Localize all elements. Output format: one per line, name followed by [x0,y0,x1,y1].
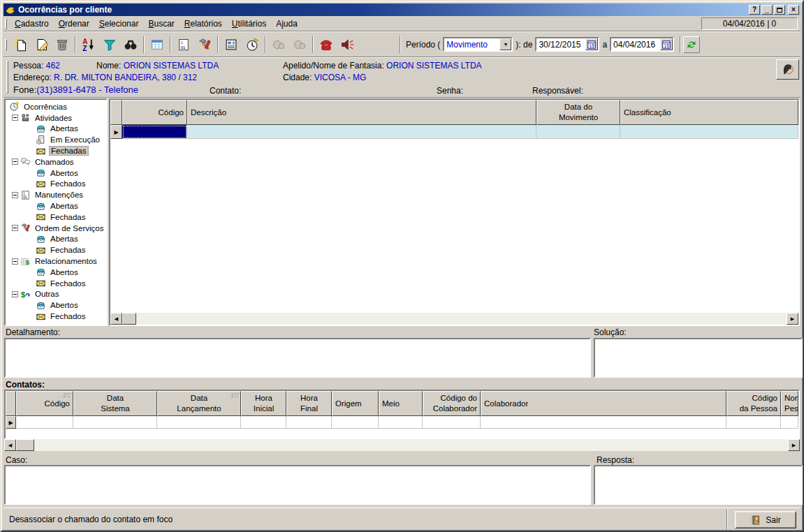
tree-item-manutencoes[interactable]: Manutenções [6,189,106,200]
column-header-codigo-colaborador[interactable]: Código do Colaborador [423,391,481,416]
table-view-button[interactable] [147,35,168,54]
collapse-icon[interactable] [12,114,18,121]
scroll-left-button[interactable]: ◀ [4,439,16,451]
menu-utilitarios[interactable]: Utilitários [227,17,271,30]
cell-hora-final[interactable] [286,416,332,429]
tree-item-chamados[interactable]: Chamados [6,156,106,168]
menu-selecionar[interactable]: Selecionar [94,17,144,30]
collapse-icon[interactable] [12,158,18,165]
periodo-select[interactable]: Movimento ▼ [443,37,513,52]
tree-item-atividades-em-execucao[interactable]: Em Execução [6,134,106,145]
cell-descricao[interactable] [187,125,536,139]
column-header-hora-final[interactable]: Hora Final [286,391,332,416]
combo-dropdown-button[interactable]: ▼ [499,38,511,50]
announce-button[interactable] [337,35,358,54]
tree-item-atividades[interactable]: Atividades [6,112,106,124]
tree-item-outras-abertos[interactable]: Abertos [6,300,106,311]
find-button[interactable] [120,35,141,54]
date-from-field[interactable]: 30/12/2015 [535,37,599,52]
cell-codigo-pessoa[interactable] [726,416,781,429]
column-header-codigo[interactable]: Código2▽ [16,391,73,416]
contatos-grid-row[interactable]: ▶ [6,416,798,429]
tree-item-manutencoes-fechadas[interactable]: Fechadas [6,212,106,223]
date-to-picker-button[interactable] [660,38,673,50]
column-header-descricao[interactable]: Descrição [187,100,536,125]
menu-cadastro[interactable]: Cadastro [10,17,54,30]
scroll-track[interactable] [136,313,787,325]
date-to-field[interactable]: 04/04/2016 [610,37,674,52]
column-header-data-sistema[interactable]: Data Sistema [73,391,157,416]
resposta-textarea[interactable] [594,465,803,505]
tree-item-relacionamentos-abertos[interactable]: Abertos [6,267,106,278]
tree-item-atividades-fechadas[interactable]: Fechadas [6,145,106,156]
cell-classificacao[interactable] [620,125,798,139]
cell-codigo-focused[interactable] [122,125,187,139]
person-button[interactable] [776,59,799,80]
tree-item-atividades-abertas[interactable]: Abertas [6,124,106,135]
edit-button[interactable] [31,35,52,54]
column-header-codigo[interactable]: Código [122,100,187,125]
report-button[interactable] [221,35,242,54]
sort-button[interactable] [78,35,99,54]
menu-ajuda[interactable]: Ajuda [271,17,302,30]
calendar-button[interactable] [173,35,194,54]
minimize-button[interactable]: _ [761,5,773,15]
tree-item-relacionamentos[interactable]: Relacionamentos [6,256,106,267]
maximize-button[interactable] [774,5,785,15]
tree-item-chamados-fechados[interactable]: Fechados [6,179,106,190]
timer-button[interactable] [242,35,263,54]
menu-buscar[interactable]: Buscar [143,17,179,30]
tree-item-ordem-abertas[interactable]: Abertas [6,234,106,245]
new-button[interactable] [10,35,31,54]
exit-button[interactable]: Sair [735,511,796,529]
scroll-thumb[interactable] [16,439,34,451]
tools-button[interactable] [194,35,215,54]
help-button[interactable]: ? [749,5,760,15]
scroll-right-button[interactable]: ▶ [787,313,798,325]
column-header-meio[interactable]: Meio [379,391,423,416]
cell-origem[interactable] [332,416,379,429]
tree-item-ordem-fechadas[interactable]: Fechadas [6,244,106,256]
collapse-icon[interactable] [12,192,18,198]
scroll-thumb[interactable] [122,313,136,325]
phone-button[interactable] [316,35,337,54]
solucao-textarea[interactable] [594,338,803,378]
cell-meio[interactable] [379,416,423,429]
close-button[interactable]: × [788,5,799,15]
column-header-nome-pessoa[interactable]: Nome Pess [781,391,798,416]
filter-button[interactable] [99,35,120,54]
detalhamento-textarea[interactable] [4,338,591,378]
cell-data-movimento[interactable] [536,125,620,139]
cell-codigo[interactable] [16,416,73,429]
cell-codigo-colaborador[interactable] [423,416,481,429]
cell-colaborador[interactable] [481,416,726,429]
cell-nome-pessoa[interactable] [781,416,798,429]
collapse-icon[interactable] [12,291,18,297]
collapse-icon[interactable] [12,225,18,231]
collapse-icon[interactable] [12,258,18,265]
column-header-codigo-pessoa[interactable]: Código da Pessoa [726,391,781,416]
cell-data-sistema[interactable] [73,416,157,429]
column-header-data-lancamento[interactable]: Data Lançamento1▽ [157,391,241,416]
tree-item-outras[interactable]: Outras [6,289,106,300]
column-header-origem[interactable]: Origem [332,391,379,416]
menu-ordenar[interactable]: Ordenar [54,17,94,30]
column-header-colaborador[interactable]: Colaborador [481,391,726,416]
column-header-classificacao[interactable]: Classificação [620,100,798,125]
menu-relatorios[interactable]: Relatórios [180,17,227,30]
refresh-button[interactable] [683,36,700,53]
cell-hora-inicial[interactable] [241,416,286,429]
tree-item-relacionamentos-fechados[interactable]: Fechados [6,278,106,289]
column-header-hora-inicial[interactable]: Hora Inicial [241,391,286,416]
column-header-data-movimento[interactable]: Data do Movimento [536,100,620,125]
scroll-left-button[interactable]: ◀ [110,313,122,325]
occurrences-grid-row[interactable]: ▶ [110,125,798,139]
caso-textarea[interactable] [4,465,591,505]
tree-item-outras-fechados[interactable]: Fechados [6,311,106,322]
scroll-right-button[interactable]: ▶ [788,439,800,451]
tree-item-ordem-de-servicos[interactable]: Ordem de Serviços [6,223,106,234]
tree-item-manutencoes-abertas[interactable]: Abertas [6,200,106,212]
date-from-picker-button[interactable] [585,38,598,50]
tree-item-chamados-abertos[interactable]: Abertos [6,168,106,179]
scroll-track[interactable] [34,439,788,451]
